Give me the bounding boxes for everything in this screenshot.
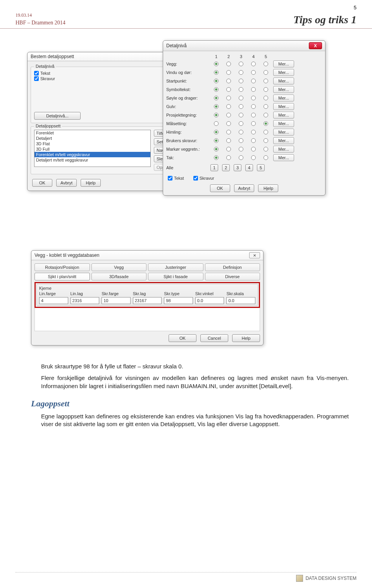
list-item[interactable]: 3D Full [34, 146, 150, 152]
mer-button[interactable]: Mer... [273, 137, 294, 144]
radio[interactable] [264, 70, 268, 75]
radio[interactable] [214, 87, 219, 92]
alle-4[interactable]: 4 [245, 164, 253, 171]
radio[interactable] [226, 121, 231, 126]
detalj-avbryt-button[interactable]: Avbryt [234, 184, 255, 192]
val-linfarge[interactable]: 4 [39, 297, 68, 304]
radio[interactable] [239, 155, 243, 160]
val-skrfarge[interactable]: 10 [102, 297, 131, 304]
val-linlag[interactable]: 2316 [71, 297, 100, 304]
radio[interactable] [214, 104, 219, 109]
radio[interactable] [239, 70, 243, 75]
radio[interactable] [251, 113, 256, 117]
radio[interactable] [264, 130, 268, 134]
mer-button[interactable]: Mer... [273, 120, 294, 127]
vegg-ok-button[interactable]: OK [169, 334, 196, 342]
radio[interactable] [226, 113, 231, 117]
chk-tekst[interactable]: Tekst [34, 71, 175, 76]
radio[interactable] [251, 79, 256, 83]
alle-3[interactable]: 3 [234, 164, 241, 171]
mer-button[interactable]: Mer... [273, 60, 294, 67]
radio[interactable] [264, 155, 268, 160]
radio[interactable] [251, 147, 256, 151]
radio[interactable] [239, 138, 243, 143]
mer-button[interactable]: Mer... [273, 86, 294, 93]
val-skrvinkel[interactable]: 0.0 [195, 297, 224, 304]
radio[interactable] [251, 70, 256, 75]
radio[interactable] [251, 155, 256, 160]
tab-diverse[interactable]: Diverse [205, 273, 260, 280]
alle-1[interactable]: 1 [210, 164, 218, 171]
radio[interactable] [214, 147, 219, 151]
radio[interactable] [239, 96, 243, 100]
hjelp-button[interactable]: Hjelp [81, 179, 101, 187]
radio[interactable] [264, 87, 268, 92]
detaljoppsett-list[interactable]: Forenklet Detaljert 3D Flat 3D Full Fore… [34, 130, 151, 167]
list-item[interactable]: 3D Flat [34, 141, 150, 146]
tab-justeringer[interactable]: Justeringer [148, 263, 203, 271]
val-skrlag[interactable]: 23167 [133, 297, 162, 304]
radio[interactable] [239, 104, 243, 109]
vegg-cancel-button[interactable]: Cancel [200, 334, 228, 342]
mer-button[interactable]: Mer... [273, 129, 294, 136]
radio[interactable] [214, 121, 219, 126]
radio[interactable] [239, 130, 243, 134]
close-icon[interactable]: ✕ [249, 252, 260, 258]
alle-2[interactable]: 2 [222, 164, 230, 171]
radio[interactable] [239, 62, 243, 66]
radio[interactable] [226, 104, 231, 109]
radio[interactable] [214, 62, 219, 66]
mer-button[interactable]: Mer... [273, 103, 294, 110]
radio[interactable] [239, 79, 243, 83]
mer-button[interactable]: Mer... [273, 112, 294, 119]
radio[interactable] [264, 147, 268, 151]
chk-skravur[interactable]: Skravur [34, 76, 175, 81]
radio[interactable] [251, 121, 256, 126]
alle-5[interactable]: 5 [257, 164, 265, 171]
radio[interactable] [226, 87, 231, 92]
detalj-chk-tekst[interactable]: Tekst [168, 176, 184, 181]
radio[interactable] [214, 79, 219, 83]
radio[interactable] [251, 130, 256, 134]
radio[interactable] [214, 70, 219, 75]
radio[interactable] [226, 70, 231, 75]
vegg-help-button[interactable]: Help [232, 334, 260, 342]
radio[interactable] [214, 155, 219, 160]
detaljniva-button[interactable]: Detaljnivå... [34, 112, 81, 120]
radio[interactable] [264, 104, 268, 109]
radio[interactable] [251, 87, 256, 92]
radio[interactable] [239, 121, 243, 126]
radio[interactable] [226, 147, 231, 151]
val-skrskala[interactable]: 0.0 [226, 297, 255, 304]
radio[interactable] [214, 113, 219, 117]
mer-button[interactable]: Mer... [273, 69, 294, 76]
radio[interactable] [226, 130, 231, 134]
radio[interactable] [226, 155, 231, 160]
radio[interactable] [239, 147, 243, 151]
radio[interactable] [264, 79, 268, 83]
tab-sjikt-plan[interactable]: Sjikt i plan/snitt [34, 273, 90, 280]
radio[interactable] [214, 130, 219, 134]
list-item[interactable]: Forenklet [34, 130, 150, 136]
avbryt-button[interactable]: Avbryt [56, 179, 77, 187]
mer-button[interactable]: Mer... [273, 77, 294, 84]
close-icon[interactable]: X [309, 42, 322, 49]
radio[interactable] [226, 79, 231, 83]
detalj-hjelp-button[interactable]: Hjelp [258, 184, 278, 192]
radio[interactable] [239, 87, 243, 92]
detalj-ok-button[interactable]: OK [210, 184, 230, 192]
radio[interactable] [264, 96, 268, 100]
list-item[interactable]: Detaljert m/tett veggskravur [34, 157, 150, 163]
radio[interactable] [264, 138, 268, 143]
mer-button[interactable]: Mer... [273, 154, 294, 161]
detalj-chk-skravur[interactable]: Skravur [193, 176, 214, 181]
list-item[interactable]: Detaljert [34, 136, 150, 141]
radio[interactable] [239, 113, 243, 117]
tab-vegg[interactable]: Vegg [91, 263, 147, 271]
mer-button[interactable]: Mer... [273, 95, 294, 101]
ok-button[interactable]: OK [32, 179, 52, 187]
radio[interactable] [251, 138, 256, 143]
radio[interactable] [251, 104, 256, 109]
tab-sjikt-fasade[interactable]: Sjikt i fasade [148, 273, 203, 280]
mer-button[interactable]: Mer... [273, 146, 294, 153]
